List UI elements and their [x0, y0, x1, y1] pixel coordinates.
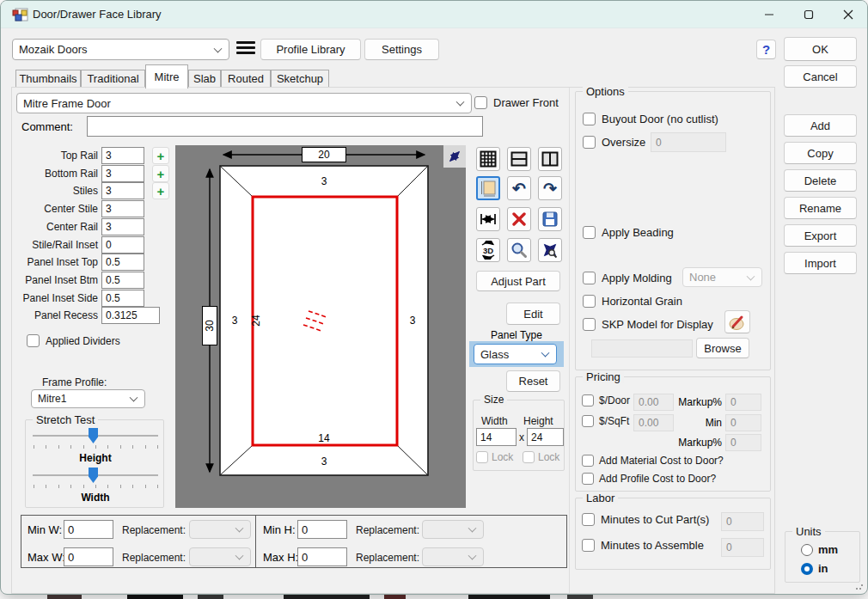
tab-mitre[interactable]: Mitre: [145, 64, 188, 89]
add-stiles-button[interactable]: +: [152, 182, 169, 199]
skp-model-checkbox[interactable]: [583, 318, 596, 331]
redo-button[interactable]: ↷: [538, 176, 562, 200]
center-rail-input[interactable]: [101, 218, 144, 235]
library-select[interactable]: Mozaik Doors: [12, 39, 229, 60]
min-h-input[interactable]: [297, 520, 347, 539]
drawer-front-checkbox[interactable]: [474, 96, 487, 109]
panel-type-select[interactable]: Glass: [474, 344, 557, 364]
tab-routed[interactable]: Routed: [221, 70, 271, 88]
settings-button[interactable]: Settings: [364, 39, 439, 60]
apply-beading-checkbox[interactable]: [583, 226, 596, 239]
per-sqft-checkbox[interactable]: [582, 415, 594, 427]
labor-group: Labor Minutes to Cut Part(s) 0 Minutes t…: [575, 498, 771, 570]
edit-button[interactable]: Edit: [506, 303, 560, 325]
close-button[interactable]: [828, 1, 868, 28]
vertical-split-button[interactable]: [538, 147, 562, 171]
browse-button[interactable]: Browse: [696, 338, 749, 358]
import-button[interactable]: Import: [784, 252, 857, 274]
lock-height-checkbox[interactable]: [523, 451, 535, 463]
stiles-input[interactable]: [101, 182, 144, 199]
max-w-input[interactable]: [64, 547, 113, 566]
question-mark-icon: ?: [762, 42, 770, 57]
tab-traditional[interactable]: Traditional: [81, 70, 145, 88]
3d-view-button[interactable]: 3D: [476, 238, 500, 262]
add-profile-cost-checkbox[interactable]: [582, 473, 594, 485]
window-resize-grip[interactable]: [855, 582, 864, 590]
maximize-button[interactable]: [789, 1, 828, 28]
door-style-select[interactable]: Mitre Frame Door: [16, 93, 472, 113]
top-rail-input[interactable]: [101, 147, 144, 164]
undo-button[interactable]: ↶: [507, 176, 531, 200]
panel-inset-btm-input[interactable]: [101, 272, 144, 289]
add-material-cost-checkbox[interactable]: [582, 455, 594, 467]
delete-button[interactable]: Delete: [784, 169, 857, 192]
door-drawer-face-library-window: Door/Drawer Face Library Mozaik Doors: [0, 0, 868, 595]
plus-icon: +: [157, 167, 165, 181]
floppy-save-icon: [541, 211, 559, 228]
panel-inset-top-input[interactable]: [101, 254, 144, 271]
apply-molding-checkbox[interactable]: [583, 272, 596, 284]
adjust-part-button[interactable]: Adjust Part: [476, 271, 560, 291]
add-button[interactable]: Add: [784, 114, 857, 137]
panel-select-button[interactable]: [476, 176, 500, 200]
skp-icon-button[interactable]: [724, 310, 750, 333]
drawer-front-label: Drawer Front: [493, 96, 559, 109]
height-slider-thumb[interactable]: [89, 428, 98, 443]
horizontal-split-button[interactable]: [507, 147, 531, 171]
save-button[interactable]: [538, 207, 562, 231]
tab-thumbnails[interactable]: Thumbnails: [15, 70, 81, 88]
lock-width-checkbox[interactable]: [476, 451, 488, 463]
min-w-input[interactable]: [64, 520, 113, 539]
ok-button[interactable]: OK: [784, 37, 857, 61]
width-slider-thumb[interactable]: [89, 468, 98, 483]
red-x-icon: [510, 211, 528, 228]
cancel-button[interactable]: Cancel: [784, 65, 857, 88]
oversize-checkbox[interactable]: [583, 136, 596, 149]
menu-button[interactable]: [236, 41, 255, 57]
size-width-input[interactable]: [476, 428, 517, 446]
mm-radio[interactable]: [801, 544, 813, 556]
export-button[interactable]: Export: [784, 224, 857, 247]
size-height-input[interactable]: [527, 428, 564, 446]
per-door-option: $/Door: [582, 394, 630, 406]
tab-slab[interactable]: Slab: [188, 70, 221, 88]
rename-button[interactable]: Rename: [784, 197, 857, 219]
frame-profile-select[interactable]: Mitre1: [31, 389, 145, 408]
help-button[interactable]: ?: [756, 40, 776, 59]
horizontal-grain-checkbox[interactable]: [583, 295, 596, 308]
minimize-button[interactable]: [749, 1, 789, 28]
height-slider-ticks: [34, 445, 158, 449]
panel-inset-side-input[interactable]: [101, 290, 144, 307]
minutes-to-assemble-checkbox[interactable]: [582, 539, 595, 552]
center-stile-input[interactable]: [101, 200, 144, 217]
overall-width-dimension: 20: [302, 147, 346, 162]
panel-recess-input[interactable]: [101, 307, 160, 324]
add-top-rail-button[interactable]: +: [152, 147, 169, 164]
background-window-fragment: [198, 595, 223, 599]
per-door-checkbox[interactable]: [582, 394, 594, 406]
profile-library-button[interactable]: Profile Library: [260, 39, 361, 60]
copy-button[interactable]: Copy: [784, 142, 857, 164]
stile-rail-inset-input[interactable]: [101, 236, 144, 254]
minutes-to-cut-checkbox[interactable]: [582, 513, 595, 526]
dimension-button[interactable]: [476, 207, 500, 231]
background-window-fragment: [47, 595, 82, 599]
door-preview-canvas[interactable]: 20 30 3 3 24 3 14 3: [175, 145, 466, 508]
zoom-button[interactable]: [507, 238, 531, 262]
comment-input[interactable]: [87, 116, 483, 137]
reset-button[interactable]: Reset: [506, 370, 560, 392]
tab-sketchup[interactable]: Sketchup: [271, 70, 329, 88]
delete-part-button[interactable]: [507, 207, 531, 231]
apply-molding-option: Apply Molding: [583, 272, 672, 284]
grid-divisions-button[interactable]: [476, 147, 500, 171]
add-bottom-rail-button[interactable]: +: [152, 165, 169, 182]
in-radio[interactable]: [801, 563, 813, 575]
bottom-rail-dimension: 3: [317, 455, 331, 468]
applied-dividers-checkbox[interactable]: [27, 334, 40, 347]
zoom-extents-button[interactable]: [538, 238, 562, 262]
bottom-rail-input[interactable]: [101, 165, 144, 182]
max-h-input[interactable]: [297, 547, 347, 566]
buyout-door-checkbox[interactable]: [583, 113, 596, 125]
size-group: Size Width Height x Lock Lock: [473, 400, 565, 471]
preview-resize-handle[interactable]: [443, 145, 466, 168]
